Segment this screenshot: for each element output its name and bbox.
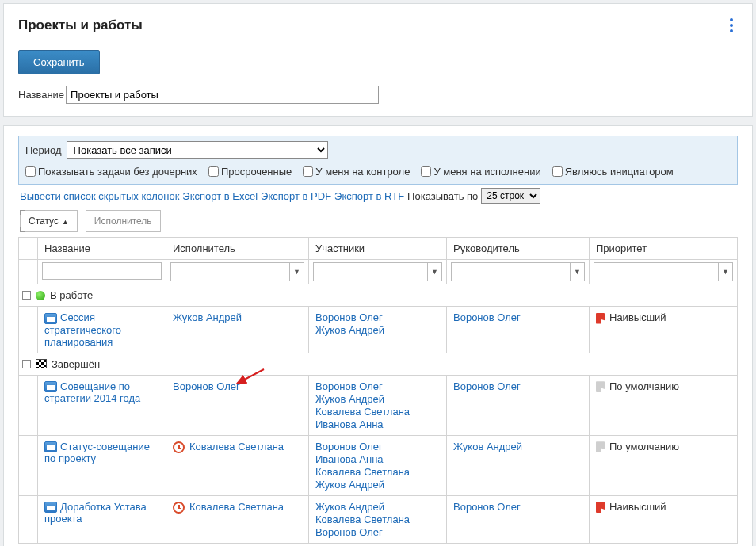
priority-label: Наивысший — [609, 311, 666, 323]
show-per-label: Показывать по — [407, 190, 478, 202]
leader-link[interactable]: Воронов Олег — [453, 380, 521, 392]
more-actions-button[interactable] — [725, 13, 738, 37]
col-leader[interactable]: Руководитель — [447, 238, 590, 260]
filter-checkboxes: Показывать задачи без дочерних Просрочен… — [25, 166, 731, 178]
leader-link[interactable]: Воронов Олег — [453, 311, 521, 323]
priority-label: Наивысший — [609, 501, 666, 513]
task-name-link[interactable]: Доработка Устава проекта — [44, 501, 147, 525]
checkbox-my-control[interactable] — [303, 166, 313, 177]
task-name-link[interactable]: Совещание по стратегии 2014 года — [44, 380, 140, 405]
participant-link[interactable]: Жуков Андрей — [315, 501, 440, 513]
group-by-bar: Статус▲ Исполнитель — [18, 208, 738, 232]
participant-link[interactable]: Воронов Олег — [315, 380, 440, 392]
sort-asc-icon: ▲ — [62, 218, 69, 226]
participant-link[interactable]: Жуков Андрей — [315, 324, 440, 336]
check-overdue[interactable]: Просроченные — [208, 166, 292, 178]
priority-flag-icon — [596, 441, 605, 452]
filter-leader-select[interactable]: ▼ — [451, 262, 585, 281]
checkbox-overdue[interactable] — [208, 166, 219, 177]
svg-line-0 — [237, 369, 264, 384]
filter-priority-select[interactable]: ▼ — [594, 262, 733, 281]
chevron-down-icon: ▼ — [570, 263, 584, 281]
status-in-progress-icon — [36, 291, 45, 300]
period-select[interactable]: Показать все записи — [67, 141, 328, 159]
col-expand[interactable] — [19, 238, 38, 260]
name-input[interactable] — [66, 86, 379, 104]
priority-flag-icon — [596, 381, 605, 392]
priority-label: По умолчанию — [609, 380, 679, 392]
participant-link[interactable]: Иванова Анна — [315, 453, 440, 465]
export-rtf-link[interactable]: Экспорт в RTF — [334, 190, 404, 202]
checkbox-initiator[interactable] — [552, 166, 563, 177]
participant-link[interactable]: Воронов Олег — [315, 526, 440, 538]
check-initiator[interactable]: Являюсь инициатором — [552, 166, 674, 178]
priority-flag-icon — [596, 502, 605, 513]
status-finished-icon — [36, 359, 47, 368]
col-executor[interactable]: Исполнитель — [166, 238, 309, 260]
hidden-columns-link[interactable]: Вывести список скрытых колонок — [20, 190, 179, 202]
meeting-icon — [44, 381, 57, 392]
participant-link[interactable]: Ковалева Светлана — [315, 466, 440, 478]
table-row: Сессия стратегического планированияЖуков… — [19, 307, 738, 353]
filter-box: Период Показать все записи Показывать за… — [18, 136, 738, 185]
group-row[interactable]: –В работе — [19, 284, 738, 307]
panel-title: Проекты и работы — [18, 17, 143, 33]
checkbox-my-exec[interactable] — [421, 166, 431, 177]
page-size-select[interactable]: 25 строк — [481, 188, 540, 204]
actions-row: Вывести список скрытых колонок Экспорт в… — [18, 188, 738, 204]
data-grid: Название Исполнитель Участники Руководит… — [18, 237, 738, 544]
meeting-icon — [44, 313, 57, 324]
col-priority[interactable]: Приоритет — [590, 238, 738, 260]
col-name[interactable]: Название — [38, 238, 166, 260]
group-by-status[interactable]: Статус▲ — [20, 210, 78, 232]
checkbox-no-children[interactable] — [25, 166, 36, 177]
executor-link[interactable]: Ковалева Светлана — [189, 501, 284, 513]
panel-header: Проекты и работы — [18, 13, 738, 37]
executor-link[interactable]: Жуков Андрей — [173, 311, 242, 323]
leader-link[interactable]: Воронов Олег — [453, 501, 521, 513]
chevron-down-icon: ▼ — [289, 263, 304, 281]
check-my-exec[interactable]: У меня на исполнении — [421, 166, 540, 178]
executor-link[interactable]: Воронов Олег — [173, 380, 240, 392]
clock-icon — [173, 502, 185, 514]
table-row: Совещание по стратегии 2014 годаВоронов … — [19, 375, 738, 435]
participants-list: Воронов ОлегЖуков АндрейКовалева Светлан… — [315, 380, 440, 430]
leader-link[interactable]: Жуков Андрей — [453, 441, 522, 452]
header-row: Название Исполнитель Участники Руководит… — [19, 238, 738, 260]
settings-panel: Проекты и работы Сохранить Название — [3, 3, 753, 117]
participant-link[interactable]: Ковалева Светлана — [315, 406, 440, 418]
table-row: Статус-совещание по проектуКовалева Свет… — [19, 435, 738, 495]
check-my-control[interactable]: У меня на контроле — [303, 166, 410, 178]
filter-row: ▼ ▼ ▼ ▼ — [19, 260, 738, 284]
export-pdf-link[interactable]: Экспорт в PDF — [261, 190, 331, 202]
filter-executor-select[interactable]: ▼ — [170, 262, 304, 281]
task-name-link[interactable]: Статус-совещание по проекту — [44, 441, 150, 465]
chevron-down-icon: ▼ — [718, 263, 732, 281]
save-button[interactable]: Сохранить — [18, 50, 100, 74]
participant-link[interactable]: Иванова Анна — [315, 418, 440, 430]
participant-link[interactable]: Жуков Андрей — [315, 479, 440, 491]
priority-label: По умолчанию — [609, 441, 679, 452]
participant-link[interactable]: Жуков Андрей — [315, 393, 440, 405]
collapse-toggle[interactable]: – — [22, 291, 31, 300]
name-label: Название — [18, 89, 64, 101]
filter-period-row: Период Показать все записи — [25, 141, 731, 159]
export-excel-link[interactable]: Экспорт в Excel — [182, 190, 258, 202]
executor-link[interactable]: Ковалева Светлана — [189, 441, 284, 452]
collapse-toggle[interactable]: – — [22, 360, 31, 368]
group-by-executor-drop[interactable]: Исполнитель — [86, 210, 161, 232]
group-row[interactable]: –Завершён — [19, 353, 738, 375]
participant-link[interactable]: Воронов Олег — [315, 311, 440, 323]
filter-name-input[interactable] — [42, 262, 162, 280]
meeting-icon — [44, 441, 57, 452]
priority-flag-icon — [596, 313, 605, 324]
participants-list: Жуков АндрейКовалева СветланаВоронов Оле… — [315, 501, 440, 538]
participants-list: Воронов ОлегИванова АннаКовалева Светлан… — [315, 441, 440, 491]
participant-link[interactable]: Воронов Олег — [315, 441, 440, 452]
annotation-arrow-icon — [234, 368, 265, 388]
participant-link[interactable]: Ковалева Светлана — [315, 514, 440, 525]
filter-participants-select[interactable]: ▼ — [313, 262, 442, 281]
check-no-children[interactable]: Показывать задачи без дочерних — [25, 166, 197, 178]
name-row: Название — [18, 86, 738, 104]
col-participants[interactable]: Участники — [309, 238, 447, 260]
